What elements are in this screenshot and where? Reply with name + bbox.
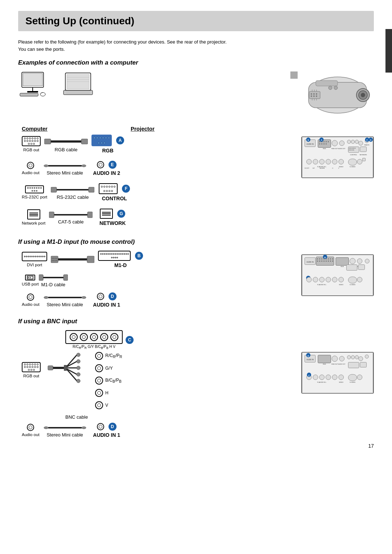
badge-d-bnc: D	[109, 423, 117, 431]
row-audio2: Audio out Stereo Mini cable E AUDI	[18, 161, 298, 176]
svg-rect-5	[21, 94, 37, 95]
svg-point-200	[359, 357, 363, 361]
col-headers: Computer Projector	[18, 126, 298, 132]
bnc-v-port	[110, 333, 118, 341]
svg-point-115	[53, 260, 54, 261]
svg-rect-122	[39, 275, 43, 280]
svg-point-38	[44, 165, 48, 167]
m1d-proj-icon	[98, 251, 131, 261]
svg-point-209	[326, 375, 331, 380]
audio-out-port: Audio out	[22, 162, 40, 175]
svg-point-96	[332, 159, 337, 164]
section2: If using a M1-D input (to mouse control)…	[18, 238, 374, 313]
svg-text:VIDEO: VIDEO	[339, 381, 343, 383]
network-proj-port: G NETWORK	[96, 209, 129, 226]
svg-point-121	[30, 277, 31, 278]
svg-point-25	[328, 86, 332, 90]
page-number: 17	[368, 443, 374, 449]
audio-out2-icon	[27, 294, 34, 301]
bnc-g-label: G/Y	[105, 366, 113, 371]
svg-text:G: G	[370, 139, 372, 141]
usb-icon-svg	[26, 275, 34, 280]
section3-content: R/CR/PR G/Y B/CB/PB H V C RGB	[18, 330, 374, 442]
rgb-cable-icon	[44, 136, 88, 147]
svg-text:RGB: RGB	[323, 148, 326, 149]
svg-point-61	[332, 140, 338, 146]
rgb-out-icon	[22, 136, 41, 146]
svg-point-56	[319, 143, 320, 144]
section1-content	[18, 71, 374, 120]
bnc-r-icon	[95, 352, 103, 360]
section1-heading: Examples of connection with a computer	[18, 59, 374, 66]
svg-point-117	[56, 260, 57, 261]
rear-panel-section2: AUDIO IN RGB RGB OUT	[301, 254, 374, 313]
col-header-computer: Computer	[22, 126, 91, 132]
svg-point-70	[349, 148, 350, 148]
svg-point-187	[82, 427, 86, 429]
svg-rect-42	[57, 189, 89, 190]
bnc-connector-group: R/CR/PR G/Y B/CB/PB H V	[65, 330, 123, 350]
svg-point-40	[82, 165, 86, 167]
dvi-label: DVI port	[27, 263, 42, 267]
audio-out-label: Audio out	[22, 171, 40, 175]
desktop-computer	[18, 71, 51, 97]
svg-point-134	[321, 258, 322, 259]
svg-text:AUDIO IN: AUDIO IN	[307, 143, 314, 145]
svg-point-59	[326, 143, 327, 144]
sidebar-bar	[385, 29, 392, 73]
svg-rect-103	[363, 158, 366, 161]
svg-point-67	[355, 140, 359, 144]
rear-panel-svg-3: AUDIO IN RGB RGB OUT AUDIO OUT	[301, 352, 374, 394]
svg-rect-174	[64, 365, 67, 371]
control-proj-port: F CONTROL	[98, 183, 131, 201]
svg-rect-35	[44, 139, 51, 144]
svg-rect-118	[58, 258, 87, 260]
svg-point-51	[319, 141, 320, 142]
svg-point-120	[28, 277, 29, 278]
svg-text:D: D	[307, 355, 309, 357]
svg-rect-186	[48, 427, 82, 428]
svg-point-63	[339, 141, 344, 146]
main-diagram-area: Computer Projector RGB out	[18, 126, 374, 233]
row-usb: USB port M1-D cable	[18, 273, 298, 287]
rear-panel-svg-1: AUDIO IN RGB RGB OUT AUDIO OUT	[301, 136, 374, 178]
row-rgb: RGB out RGB cable	[18, 135, 298, 153]
rear-panel-section3: AUDIO IN RGB RGB OUT AUDIO OUT	[301, 352, 374, 442]
svg-point-55	[328, 141, 329, 142]
svg-point-110	[52, 258, 53, 259]
svg-point-213	[357, 375, 362, 380]
rear-panel-svg-2: AUDIO IN RGB RGB OUT	[301, 254, 374, 296]
svg-point-182	[77, 366, 80, 370]
audio-out2-port: Audio out	[22, 294, 40, 307]
audio1-port-label: AUDIO IN 1	[93, 302, 120, 308]
bnc-b-icon	[95, 377, 103, 385]
svg-rect-148	[336, 258, 348, 266]
svg-point-133	[319, 258, 320, 259]
svg-text:S-VIDEO: S-VIDEO	[350, 166, 355, 168]
svg-point-184	[77, 379, 80, 383]
svg-text:B: B	[324, 257, 326, 259]
svg-point-183	[77, 373, 80, 376]
bnc-labels: R/CR/PR G/Y B/CB/PB H V	[73, 345, 115, 350]
svg-point-210	[332, 375, 337, 380]
svg-point-116	[55, 260, 56, 261]
svg-point-77	[352, 149, 352, 150]
audio1-bnc-port-label: AUDIO IN 1	[93, 432, 120, 438]
badge-a: A	[116, 136, 124, 144]
svg-point-137	[328, 258, 329, 259]
svg-text:E: E	[307, 139, 309, 141]
svg-rect-37	[81, 139, 88, 144]
bnc-port-group: R/CR/PR G/Y B/CB/PB H V C	[65, 330, 298, 350]
section2-content: DVI port	[18, 251, 374, 313]
svg-point-71	[350, 148, 351, 148]
bnc-b-port	[90, 333, 98, 341]
svg-rect-98	[348, 159, 357, 165]
bnc-h-label: H	[105, 390, 109, 395]
svg-point-31	[311, 95, 312, 97]
cat5-cable-label: CAT-5 cable	[58, 219, 84, 225]
svg-rect-44	[49, 212, 54, 218]
m1d-proj-port: B M1-D	[98, 251, 143, 268]
bnc-v-icon	[95, 401, 103, 409]
svg-point-93	[313, 159, 318, 164]
svg-point-195	[339, 356, 344, 361]
